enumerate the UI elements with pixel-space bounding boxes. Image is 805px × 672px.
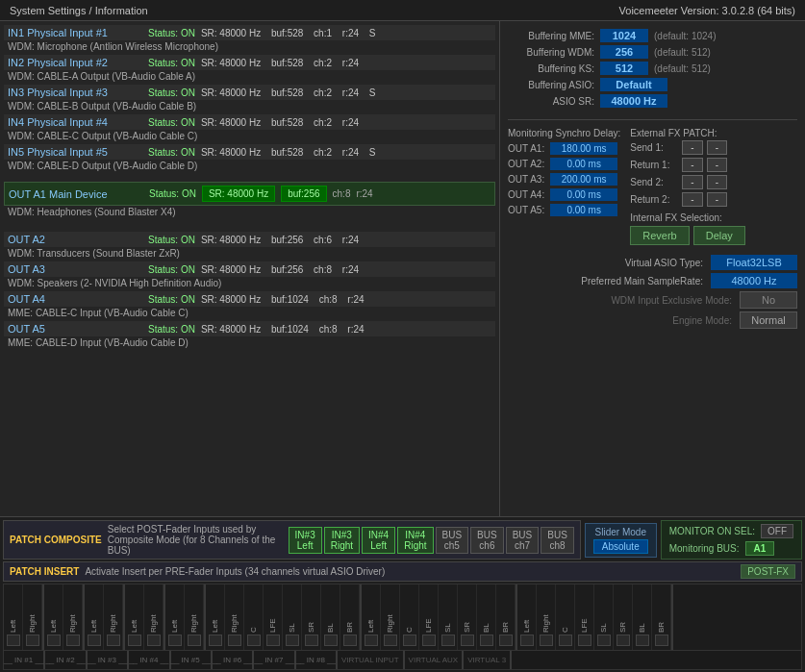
channel-col-in4-0: Left — [125, 585, 144, 650]
buf-mme-label: Buffering MME: — [508, 31, 594, 41]
channel-label-in6-4: SL — [289, 586, 296, 633]
channel-btn-in8-0[interactable] — [520, 635, 534, 646]
patch-in4-left[interactable]: IN#4 Left — [362, 527, 395, 554]
channel-btn-in6-3[interactable] — [266, 635, 280, 646]
channel-btn-in1-0[interactable] — [7, 635, 20, 646]
channel-btn-in6-1[interactable] — [228, 635, 241, 646]
content-area: IN1 Physical Input #1 Status: ON SR: 480… — [0, 21, 805, 516]
channel-btn-in7-1[interactable] — [384, 635, 397, 646]
channel-btn-in4-0[interactable] — [128, 635, 141, 646]
outa2-wdm: WDM: Transducers (Sound Blaster ZxR) — [4, 247, 495, 261]
channel-label-in8-7: BR — [658, 586, 666, 633]
channel-btn-in4-1[interactable] — [147, 635, 161, 646]
vasio-sample-value: 48000 Hz — [711, 273, 797, 288]
virtual-label-text-2: VIRTUAL 3 — [467, 656, 506, 664]
channel-btn-in8-2[interactable] — [559, 635, 572, 646]
channel-btn-in6-0[interactable] — [209, 635, 222, 646]
patch-in3-right[interactable]: IN#3 Right — [324, 527, 360, 554]
bottom-label-in7: __ IN #7 __ — [254, 656, 293, 664]
patch-bus-ch5[interactable]: BUS ch5 — [436, 527, 469, 554]
patch-bus-ch6[interactable]: BUS ch6 — [470, 527, 504, 554]
outa3-info: SR: 48000 Hz buf:256 ch:8 r:24 — [201, 264, 359, 275]
in4-status: Status: ON — [148, 117, 195, 128]
channel-btn-in6-4[interactable] — [286, 635, 299, 646]
send1-btn1[interactable]: - — [682, 140, 702, 155]
in3-name: IN3 Physical Input #3 — [8, 87, 142, 98]
outa2-name: OUT A2 — [8, 234, 142, 245]
channel-btn-in7-4[interactable] — [441, 635, 455, 646]
in4-row: IN4 Physical Input #4 Status: ON SR: 480… — [4, 114, 495, 143]
channel-col-in6-5: SR — [302, 585, 321, 650]
channel-btn-in2-1[interactable] — [66, 635, 80, 646]
channel-btn-in8-3[interactable] — [578, 635, 591, 646]
channel-label-in7-3: LFE — [425, 586, 433, 633]
in2-info: SR: 48000 Hz buf:528 ch:2 r:24 — [201, 58, 359, 68]
outa4-status: Status: ON — [148, 294, 195, 305]
return2-row: Return 2: - - — [630, 192, 745, 207]
channel-btn-in6-7[interactable] — [343, 635, 357, 646]
outa5-row: OUT A5 Status: ON SR: 48000 Hz buf:1024 … — [4, 321, 495, 350]
channel-btn-in8-6[interactable] — [636, 635, 649, 646]
return1-btn2[interactable]: - — [707, 158, 727, 172]
patch-in4-right[interactable]: IN#4 Right — [397, 527, 433, 554]
channel-btn-in7-2[interactable] — [403, 635, 416, 646]
in3-wdm: WDM: CABLE-B Output (VB-Audio Cable B) — [4, 100, 495, 113]
delay-button[interactable]: Delay — [693, 226, 745, 245]
channel-btn-in1-1[interactable] — [26, 635, 39, 646]
send1-btn2[interactable]: - — [707, 140, 727, 155]
channel-btn-in7-0[interactable] — [365, 635, 378, 646]
channel-label-in5-1: Right — [190, 586, 198, 633]
reverb-button[interactable]: Reverb — [630, 226, 689, 245]
channel-col-in2-1: Right — [63, 585, 83, 650]
channel-btn-in7-7[interactable] — [499, 635, 513, 646]
channel-btn-in7-6[interactable] — [480, 635, 493, 646]
patch-insert-label: PATCH INSERT — [10, 566, 79, 577]
in2-wdm: WDM: CABLE-A Output (VB-Audio Cable A) — [4, 70, 495, 84]
channel-btn-in3-1[interactable] — [107, 635, 120, 646]
patch-in3-left[interactable]: IN#3 Left — [289, 527, 322, 554]
channel-col-in1-0: Left — [4, 585, 23, 650]
bottom-group-in2: __ IN #2 __ — [45, 651, 87, 669]
channel-btn-in8-5[interactable] — [616, 635, 630, 646]
channel-btn-in8-7[interactable] — [655, 635, 668, 646]
channel-btn-in7-5[interactable] — [461, 635, 474, 646]
channel-btn-in2-0[interactable] — [47, 635, 61, 646]
channel-col-in8-5: SR — [614, 585, 633, 650]
patch-bus-ch7[interactable]: BUS ch7 — [506, 527, 540, 554]
channel-btn-in5-0[interactable] — [168, 635, 182, 646]
channel-btn-in6-5[interactable] — [305, 635, 318, 646]
channel-label-in2-1: Right — [69, 586, 77, 633]
channel-col-in8-2: C — [556, 585, 575, 650]
vasio-sample-label: Preferred Main SampleRate: — [581, 276, 703, 286]
send2-btn2[interactable]: - — [707, 175, 727, 189]
virtual-label-text-1: VIRTUAL AUX — [409, 656, 459, 664]
in1-name: IN1 Physical Input #1 — [8, 27, 142, 38]
in1-row: IN1 Physical Input #1 Status: ON SR: 480… — [4, 25, 495, 54]
return1-btn1[interactable]: - — [682, 158, 702, 172]
channel-group-in2: LeftRight — [44, 585, 85, 650]
return2-btn1[interactable]: - — [682, 192, 702, 207]
channel-btn-in6-6[interactable] — [324, 635, 338, 646]
outa1-buf: buf:256 — [281, 186, 326, 202]
channel-btn-in7-3[interactable] — [422, 635, 436, 646]
return2-btn2[interactable]: - — [707, 192, 727, 207]
outa4-name: OUT A4 — [8, 293, 142, 305]
channel-col-in7-2: C — [400, 585, 419, 650]
outa1-delay-row: OUT A1: 180.00 ms — [508, 142, 620, 155]
bottom-label-in2: __ IN #2 __ — [45, 656, 85, 664]
buf-asio-value: Default — [600, 78, 667, 91]
channel-labels-area: LeftRightLeftRightLeftRightLeftRightLeft… — [4, 585, 801, 650]
patch-bus-ch8[interactable]: BUS ch8 — [541, 527, 574, 554]
channel-col-in7-5: SR — [458, 585, 477, 650]
outa5-main: OUT A5 Status: ON SR: 48000 Hz buf:1024 … — [4, 321, 495, 336]
in4-name: IN4 Physical Input #4 — [8, 116, 142, 128]
send2-btn1[interactable]: - — [682, 175, 702, 189]
outa1-sr: SR: 48000 Hz — [202, 186, 275, 202]
channel-btn-in8-4[interactable] — [597, 635, 611, 646]
send2-row: Send 2: - - — [630, 175, 745, 189]
channel-btn-in5-1[interactable] — [188, 635, 201, 646]
channel-btn-in6-2[interactable] — [247, 635, 261, 646]
channel-btn-in3-0[interactable] — [88, 635, 101, 646]
channel-col-in7-1: Right — [381, 585, 400, 650]
channel-btn-in8-1[interactable] — [540, 635, 553, 646]
